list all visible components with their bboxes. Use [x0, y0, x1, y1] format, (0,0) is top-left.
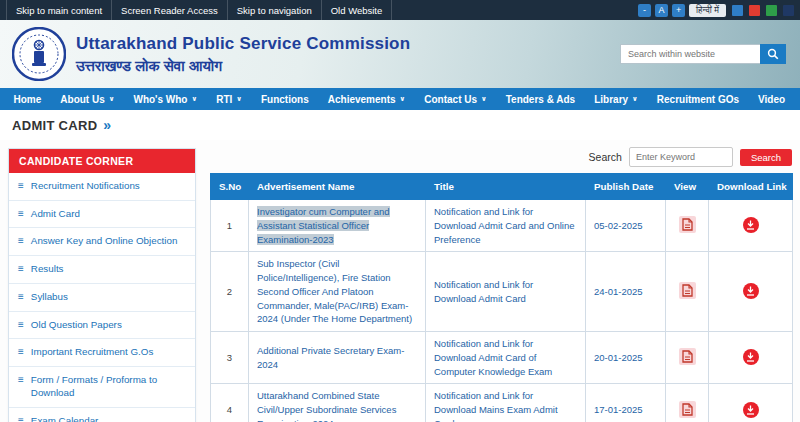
- chevron-down-icon: ∨: [191, 95, 197, 103]
- row-publish-date: 20-01-2025: [586, 332, 666, 384]
- view-pdf-button[interactable]: [679, 216, 696, 233]
- skip-to-main-content-link[interactable]: Skip to main content: [6, 0, 112, 20]
- candidate-corner-sidebar: CANDIDATE CORNER ≡Recruitment Notificati…: [8, 148, 196, 422]
- skip-links: Skip to main content Screen Reader Acces…: [6, 0, 392, 20]
- row-advertisement-name: Additional Private Secretary Exam-2024: [249, 332, 426, 384]
- table-header-row: S.No Advertisement Name Title Publish Da…: [211, 174, 793, 200]
- skip-to-navigation-link[interactable]: Skip to navigation: [228, 0, 322, 20]
- col-header-advertisement-name: Advertisement Name: [249, 174, 426, 200]
- sidebar-item-old-question-papers[interactable]: ≡Old Question Papers: [9, 312, 195, 340]
- row-advertisement-name: Investigator cum Computer and Assistant …: [249, 200, 426, 252]
- row-sno: 1: [211, 200, 249, 252]
- language-toggle-button[interactable]: हिन्दी में: [689, 4, 726, 17]
- nav-item-library[interactable]: Library∨: [585, 88, 648, 110]
- col-header-sno: S.No: [211, 174, 249, 200]
- list-icon: ≡: [18, 374, 24, 386]
- download-arrow-icon: [746, 352, 755, 362]
- list-icon: ≡: [18, 235, 24, 247]
- row-publish-date: 17-01-2025: [586, 384, 666, 422]
- sidebar-item-recruitment-notifications[interactable]: ≡Recruitment Notifications: [9, 173, 195, 201]
- list-icon: ≡: [18, 319, 24, 331]
- page-title: ADMIT CARD: [12, 118, 97, 133]
- old-website-link[interactable]: Old Website: [322, 0, 393, 20]
- view-pdf-button[interactable]: [679, 282, 696, 299]
- sidebar-item-admit-card[interactable]: ≡Admit Card: [9, 201, 195, 229]
- font-decrease-button[interactable]: -: [638, 4, 651, 17]
- download-button[interactable]: [743, 402, 759, 418]
- theme-color-green-button[interactable]: [766, 5, 777, 16]
- pdf-file-icon: [682, 284, 693, 297]
- col-header-publish-date: Publish Date: [586, 174, 666, 200]
- site-search-input[interactable]: [620, 44, 760, 64]
- sidebar-item-syllabus[interactable]: ≡Syllabus: [9, 284, 195, 312]
- row-title: Notification and Link for Download Admit…: [426, 200, 586, 252]
- nav-item-whos-who[interactable]: Who's Who∨: [124, 88, 207, 110]
- download-arrow-icon: [746, 220, 755, 230]
- site-title: Uttarakhand Public Service Commission: [76, 34, 410, 54]
- list-icon: ≡: [18, 263, 24, 275]
- nav-item-rti[interactable]: RTI∨: [207, 88, 252, 110]
- chevron-down-icon: ∨: [236, 95, 242, 103]
- row-publish-date: 05-02-2025: [586, 200, 666, 252]
- top-utility-bar: Skip to main content Screen Reader Acces…: [0, 0, 800, 20]
- list-icon: ≡: [18, 291, 24, 303]
- sidebar-item-exam-calendar[interactable]: ≡Exam Calendar: [9, 408, 195, 422]
- screen-reader-access-link[interactable]: Screen Reader Access: [112, 0, 228, 20]
- sidebar-item-results[interactable]: ≡Results: [9, 256, 195, 284]
- row-view-cell: [666, 200, 709, 252]
- nav-item-dpc[interactable]: DPC: [795, 88, 800, 110]
- nav-item-home[interactable]: Home: [4, 88, 51, 110]
- row-view-cell: [666, 252, 709, 332]
- sidebar-item-answer-key[interactable]: ≡Answer Key and Online Objection: [9, 228, 195, 256]
- keyword-search-input[interactable]: [629, 147, 733, 167]
- row-title: Notification and Link for Download Admit…: [426, 332, 586, 384]
- nav-item-about-us[interactable]: About Us∨: [51, 88, 124, 110]
- download-button[interactable]: [743, 349, 759, 365]
- download-arrow-icon: [746, 405, 755, 415]
- ukpsc-logo: [12, 27, 66, 81]
- font-increase-button[interactable]: +: [672, 4, 685, 17]
- sidebar-item-important-recruitment-gos[interactable]: ≡Important Recruitment G.Os: [9, 339, 195, 367]
- site-subtitle-hindi: उत्तराखण्ड लोक सेवा आयोग: [76, 57, 410, 75]
- nav-item-achievements[interactable]: Achievements∨: [318, 88, 415, 110]
- font-normal-button[interactable]: A: [655, 4, 668, 17]
- theme-color-navy-button[interactable]: [783, 5, 794, 16]
- chevron-down-icon: ∨: [109, 95, 115, 103]
- pdf-file-icon: [682, 218, 693, 231]
- row-download-cell: [709, 252, 793, 332]
- chevron-down-icon: ∨: [632, 95, 638, 103]
- sidebar-item-form-formats[interactable]: ≡Form / Formats / Proforma to Download: [9, 367, 195, 407]
- download-button[interactable]: [743, 283, 759, 299]
- row-title: Notification and Link for Download Admit…: [426, 252, 586, 332]
- table-search-panel: Search Search: [210, 147, 792, 167]
- download-button[interactable]: [743, 217, 759, 233]
- nav-item-functions[interactable]: Functions: [251, 88, 318, 110]
- col-header-download-link: Download Link: [709, 174, 793, 200]
- nav-item-video[interactable]: Video: [749, 88, 795, 110]
- table-row: 2Sub Inspector (Civil Police/Intelligenc…: [211, 252, 793, 332]
- site-search-button[interactable]: [760, 44, 786, 64]
- nav-item-tenders-ads[interactable]: Tenders & Ads: [496, 88, 584, 110]
- row-download-cell: [709, 332, 793, 384]
- nav-item-recruitment-gos[interactable]: Recruitment GOs: [647, 88, 748, 110]
- breadcrumb-arrow-icon: »: [103, 117, 111, 133]
- theme-color-red-button[interactable]: [749, 5, 760, 16]
- chevron-down-icon: ∨: [400, 95, 406, 103]
- site-header: Uttarakhand Public Service Commission उत…: [0, 20, 800, 88]
- theme-color-blue-button[interactable]: [732, 5, 743, 16]
- keyword-search-button[interactable]: Search: [740, 149, 792, 166]
- nav-item-contact-us[interactable]: Contact Us∨: [415, 88, 496, 110]
- admit-card-table: S.No Advertisement Name Title Publish Da…: [210, 173, 793, 422]
- row-advertisement-name: Sub Inspector (Civil Police/Intelligence…: [249, 252, 426, 332]
- breadcrumb: ADMIT CARD »: [0, 110, 800, 140]
- table-row: 3Additional Private Secretary Exam-2024N…: [211, 332, 793, 384]
- table-body: 1Investigator cum Computer and Assistant…: [211, 200, 793, 422]
- view-pdf-button[interactable]: [679, 401, 696, 418]
- view-pdf-button[interactable]: [679, 348, 696, 365]
- col-header-view: View: [666, 174, 709, 200]
- main-panel: Search Search S.No Advertisement Name Ti…: [210, 140, 792, 422]
- list-icon: ≡: [18, 208, 24, 220]
- col-header-title: Title: [426, 174, 586, 200]
- header-search: [620, 44, 786, 64]
- row-download-cell: [709, 200, 793, 252]
